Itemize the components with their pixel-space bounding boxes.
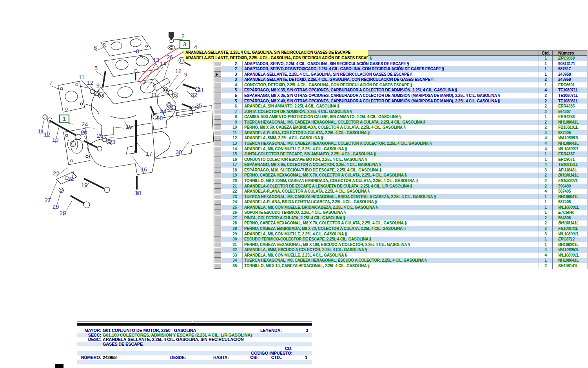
table-row[interactable]: 27PINZA, COLECTOR A CULATA, 2.25L 4 CIL.…: [214, 215, 587, 221]
callout-label[interactable]: 18: [135, 189, 142, 196]
record-selector[interactable]: [214, 231, 221, 237]
table-row[interactable]: 28PERNO, CABEZA HEXAGONAL, M8 X 70, COLE…: [214, 220, 587, 226]
callout-label[interactable]: 34: [160, 108, 167, 115]
table-row[interactable]: 35TORNILLO, M8 X 14, CABEZA HEXAGONAL, 2…: [214, 263, 587, 269]
record-selector[interactable]: [214, 253, 221, 258]
record-selector[interactable]: [214, 226, 221, 231]
callout-label[interactable]: 16: [141, 166, 147, 173]
table-row[interactable]: 30ESCUDO TÉRMICO-COLECTOR DE ESCAPE, 2.2…: [214, 237, 587, 242]
callout-label[interactable]: 31: [198, 87, 204, 93]
table-row[interactable]: 21ARANDELA-COLECTOR DE ESCAPE A LENGÜETA…: [214, 184, 587, 189]
callout-label[interactable]: 12: [87, 79, 94, 86]
record-selector[interactable]: [214, 168, 221, 173]
record-selector[interactable]: [214, 120, 221, 125]
table-row[interactable]: 14ARANDELA, M8, CON MUELLE, 2.25L 4 CIL.…: [214, 146, 587, 152]
callout-label[interactable]: 7: [49, 79, 53, 86]
callout-label[interactable]: 8: [136, 48, 139, 55]
table-row[interactable]: 10PERNO, M8 X 50, CABEZA EMBRIDADA, COLE…: [214, 125, 587, 130]
record-selector[interactable]: [214, 162, 221, 168]
table-row[interactable]: 9TUERCA HEXAGONAL, M8, CABEZA HEXAGONAL,…: [214, 120, 587, 125]
record-selector[interactable]: [214, 210, 221, 215]
table-row[interactable]: 33ARANDELA, M8, CON MUELLE, 2.25L 4 CIL.…: [214, 253, 587, 258]
record-selector[interactable]: [214, 109, 221, 115]
callout-label[interactable]: 28: [156, 115, 163, 121]
table-row[interactable]: 6ARANDELA, SIN AMIANTO, 2.25L 4 CIL. GAS…: [214, 104, 587, 109]
record-selector[interactable]: [214, 247, 221, 253]
record-selector[interactable]: [214, 66, 221, 72]
callout-label[interactable]: 4: [194, 44, 197, 50]
table-row[interactable]: 15JUNTA-COLECTOR DE ESCAPE, SIN AMIANTO,…: [214, 151, 587, 157]
part-number-column-header[interactable]: Número: [555, 51, 587, 55]
callout-label[interactable]: 11: [151, 91, 157, 98]
callout-label[interactable]: 20: [81, 129, 87, 136]
record-selector[interactable]: [214, 178, 221, 184]
record-selector[interactable]: [214, 104, 221, 109]
table-row[interactable]: 25ARANDELA, M8, CON MUELLE, BRIDA/CABEZA…: [214, 205, 587, 210]
record-selector[interactable]: [214, 173, 221, 178]
table-row[interactable]: 18ESPÁRRAGO, M10, SUJECIÓN-TUBO DE ESCAP…: [214, 168, 587, 173]
table-row[interactable]: 5ESPÁRRAGO, M8 X 35, SIN OTRAS OPCIONES,…: [214, 87, 587, 93]
record-selector[interactable]: [214, 130, 221, 136]
callout-label[interactable]: 6: [94, 44, 97, 51]
record-selector[interactable]: [214, 98, 221, 104]
callout-label[interactable]: 23: [109, 138, 116, 145]
table-row[interactable]: 16CONJUNTO COLECTOR-ESCAPE-MOTOR, 2.25L …: [214, 157, 587, 162]
callout-label[interactable]: 26: [167, 54, 173, 60]
callout-label[interactable]: 30: [176, 149, 182, 155]
callout-label[interactable]: 1: [63, 115, 66, 122]
table-row[interactable]: 23TUERCA HEXAGONAL, M8, CABEZA HEXAGONAL…: [214, 194, 587, 200]
callout-label[interactable]: 12: [175, 67, 182, 74]
table-row[interactable]: 7JUNTA-COLECTOR DE ADMISIÓN, 2.25L 4 CIL…: [214, 109, 587, 115]
record-selector[interactable]: [214, 242, 221, 248]
callout-label[interactable]: 19: [81, 182, 88, 188]
callout-label[interactable]: 17: [146, 150, 152, 157]
callout-label[interactable]: 12: [44, 131, 51, 138]
record-selector[interactable]: [214, 184, 221, 189]
callout-label[interactable]: 9: [96, 82, 100, 89]
table-row[interactable]: 11ARANDELA-PLANA, COLECTOR A CULATA, 2.2…: [214, 130, 587, 136]
record-selector[interactable]: [214, 125, 221, 130]
record-selector[interactable]: [214, 61, 221, 67]
record-selector[interactable]: [214, 263, 221, 269]
table-row[interactable]: 29ARANDELA, M8, CON MUELLE, 2.25L 4 CIL.…: [214, 231, 587, 237]
record-selector[interactable]: [214, 189, 221, 194]
table-row[interactable]: 5ESPÁRRAGO, M8 X 40, SIN OTRAS OPCIONES,…: [214, 98, 587, 104]
callout-label[interactable]: 11: [78, 74, 85, 80]
callout-label[interactable]: 11: [38, 128, 44, 135]
callout-label[interactable]: 27: [45, 197, 51, 203]
table-row[interactable]: 17ESPÁRRAGO, M8 X 65, COLECTOR A COLECTO…: [214, 162, 587, 168]
callout-label[interactable]: 21: [68, 175, 74, 182]
table-row[interactable]: 3ARANDELA-SELLANTE, DETOXID, 2.25L 4 CIL…: [214, 77, 587, 82]
record-selector[interactable]: [214, 141, 221, 146]
record-selector[interactable]: [214, 205, 221, 210]
record-selector[interactable]: [214, 215, 221, 221]
callout-label[interactable]: 28: [60, 210, 66, 216]
quantity-column-header[interactable]: Ctd.: [539, 51, 552, 55]
table-row[interactable]: 8CAMISA-AISLAMIENTO-PROTECCIÓN CALOR, SI…: [214, 114, 587, 120]
callout-label[interactable]: 9: [184, 71, 187, 78]
record-selector[interactable]: [214, 157, 221, 162]
callout-label[interactable]: 3: [183, 41, 186, 47]
record-selector[interactable]: [214, 77, 221, 82]
record-selector[interactable]: [214, 258, 221, 263]
table-row[interactable]: 5ESPÁRRAGO, M8 X 35, SIN OTRAS OPCIONES,…: [214, 93, 587, 98]
table-row[interactable]: 2ADAPTADOR, SERVO, 2.25L 4 CIL. GASOLINA…: [214, 61, 587, 67]
table-row[interactable]: 31PERNO, CABEZA HEXAGONAL, M8 X 100, ESC…: [214, 242, 587, 248]
record-selector[interactable]: [214, 146, 221, 152]
table-row[interactable]: 12ARANDELA, 8MM, 2.25L 4 CIL. GASOLINA §…: [214, 135, 587, 141]
table-row[interactable]: 4CONECTOR, DETOXID, 2.25L 4 CIL. GASOLIN…: [214, 82, 587, 88]
callout-label[interactable]: 22: [53, 170, 60, 177]
record-selector[interactable]: [214, 220, 221, 226]
callout-label[interactable]: 5: [94, 65, 98, 71]
record-selector[interactable]: [214, 114, 221, 120]
callout-label[interactable]: 32: [191, 91, 198, 98]
table-row[interactable]: 34TUERCA HEXAGONAL, M8, CABEZA HEXAGONAL…: [214, 258, 587, 263]
table-row[interactable]: 24ARANDELA-PLANA, BRIDA CENTRAL/CABEZA, …: [214, 199, 587, 205]
callout-label[interactable]: 29: [53, 203, 59, 210]
table-row[interactable]: 28PERNO, CABEZA EMBRIDADA, M8 X 70, COLE…: [214, 226, 587, 231]
record-selector[interactable]: [214, 199, 221, 205]
record-selector[interactable]: [214, 93, 221, 98]
table-row[interactable]: 32ARANDELA, 8MM, ESCUDO A COLECTOR, 2.25…: [214, 247, 587, 253]
record-selector[interactable]: [214, 151, 221, 157]
table-row[interactable]: 20TORNILLO, M8 X 30MM, CABEZA EMBRIDADA,…: [214, 178, 587, 184]
